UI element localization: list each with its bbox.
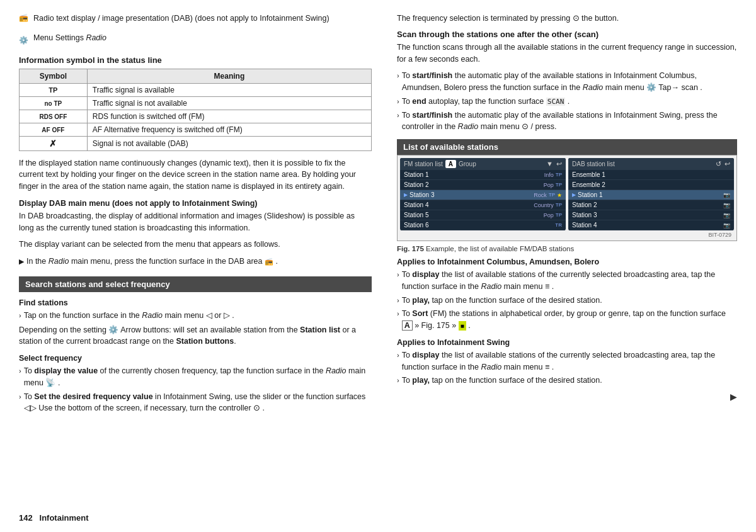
table-row: TP Traffic signal is available xyxy=(20,83,372,96)
group-a-button[interactable]: A xyxy=(445,160,456,168)
columbus-bullet-2: › To play, tap on the function surface o… xyxy=(397,295,737,307)
dab-station-1-icon: 📷 xyxy=(723,192,730,198)
left-column: 📻 Radio text display / image presentatio… xyxy=(19,13,372,416)
settings-icon: ⚙️ xyxy=(19,36,28,45)
dab-row-station-4[interactable]: Station 4 📷 xyxy=(568,220,734,230)
fm-header-icons: ▼ ↩ xyxy=(546,160,562,168)
page-number: 142 xyxy=(19,513,33,523)
dab-row-ensemble-1[interactable]: Ensemble 1 xyxy=(568,170,734,180)
info-symbol-heading: Information symbol in the status line xyxy=(19,55,372,65)
select-freq-text-1: To display the value of the currently ch… xyxy=(24,365,372,389)
fig-caption: Fig. 175 Example, the list of available … xyxy=(397,245,737,252)
dab-header-icons: ↺ ↩ xyxy=(716,160,730,168)
dab-station-2-name: Station 2 xyxy=(572,201,597,208)
fm-panel-header: FM station list A Group ▼ ↩ xyxy=(400,158,566,170)
fm-station-6-name: Station 6 xyxy=(404,222,428,229)
fm-station-5-info: Pop TP xyxy=(544,212,562,218)
applies-columbus-heading: Applies to Infotainment Columbus, Amunds… xyxy=(397,258,737,266)
fm-row-4[interactable]: Station 4 Country TP xyxy=(400,200,566,210)
list-section-bar: List of available stations xyxy=(397,139,737,155)
table-row: ✗ Signal is not available (DAB) xyxy=(20,136,372,150)
select-freq-bullet-1: › To display the value of the currently … xyxy=(19,365,372,389)
no-tp-symbol: no TP xyxy=(45,100,62,107)
af-symbol: AF OFF xyxy=(42,127,64,133)
find-stations-text: Tap on the function surface in the Radio… xyxy=(24,310,234,322)
dab-station-4-icon: 📷 xyxy=(723,222,730,229)
right-arrow-icon: ▶ xyxy=(730,392,737,402)
scan-text-3: To start/finish the automatic play of th… xyxy=(402,110,737,133)
dab-station-panel: DAB station list ↺ ↩ Ensemble 1 Ensemble… xyxy=(568,158,734,230)
dab-header-label: DAB station list xyxy=(572,161,615,167)
bit-label: BIT-0729 xyxy=(400,230,734,238)
bullet-arrow-icon: ▶ xyxy=(19,256,24,268)
dab-row-ensemble-2[interactable]: Ensemble 2 xyxy=(568,180,734,190)
menu-settings-text: Menu Settings Radio xyxy=(33,32,106,44)
dab-heading: Display DAB main menu (does not apply to… xyxy=(19,199,372,208)
bullet-arrow-icon: › xyxy=(397,71,399,94)
dynamic-text-para: If the displayed station name continuous… xyxy=(19,157,372,193)
dab-station-1-name: ▶ Station 1 xyxy=(572,191,602,198)
find-stations-bullet: › Tap on the function surface in the Rad… xyxy=(19,310,372,322)
dab-rows: Ensemble 1 Ensemble 2 ▶ Station 1 📷 xyxy=(568,170,734,230)
intro-text: The frequency selection is terminated by… xyxy=(397,13,737,25)
fm-station-3-info: Rock TP ★ xyxy=(534,192,562,198)
fm-station-4-name: Station 4 xyxy=(404,201,428,208)
find-heading: Find stations xyxy=(19,298,372,307)
columbus-text-2: To play, tap on the function surface of … xyxy=(402,295,602,307)
fm-station-2-info: Pop TP xyxy=(544,182,562,188)
dab-body: In DAB broadcasting, the display of addi… xyxy=(19,210,372,234)
columbus-bullet-1: › To display the list of available stati… xyxy=(397,269,737,293)
bullet-arrow-icon: › xyxy=(397,96,399,108)
rds-meaning: RDS function is switched off (FM) xyxy=(87,110,371,123)
dab-station-4-name: Station 4 xyxy=(572,222,597,229)
page-label: Infotainment xyxy=(40,513,89,523)
dab-row-station-2[interactable]: Station 2 📷 xyxy=(568,200,734,210)
fm-row-5[interactable]: Station 5 Pop TP xyxy=(400,210,566,220)
af-meaning: AF Alternative frequency is switched off… xyxy=(87,123,371,136)
fm-station-1-info: Info TP xyxy=(544,172,562,178)
fm-row-6[interactable]: Station 6 TR xyxy=(400,220,566,230)
radio-display-icon: 📻 xyxy=(19,13,28,22)
fm-rows: Station 1 Info TP Station 2 Pop TP ▶ Sta… xyxy=(400,170,566,230)
col-symbol: Symbol xyxy=(20,69,88,83)
search-section-bar: Search stations and select frequency xyxy=(19,276,372,292)
no-signal-meaning: Signal is not available (DAB) xyxy=(87,136,371,150)
dab-para2: The display variant can be selected from… xyxy=(19,239,372,251)
no-signal-symbol: ✗ xyxy=(49,139,57,149)
back-icon: ↩ xyxy=(556,160,562,168)
fm-row-3[interactable]: ▶ Station 3 Rock TP ★ xyxy=(400,190,566,200)
dab-station-2-icon: 📷 xyxy=(723,202,730,208)
bullet-arrow-icon: › xyxy=(19,310,21,322)
info-symbol-table: Symbol Meaning TP Traffic signal is avai… xyxy=(19,69,372,151)
dab-station-3-name: Station 3 xyxy=(572,212,597,218)
next-page-arrow[interactable]: ▶ xyxy=(397,392,737,402)
bullet-arrow-icon: › xyxy=(19,366,21,389)
fm-station-2-name: Station 2 xyxy=(404,181,428,188)
bullet-arrow-icon: › xyxy=(397,350,399,373)
refresh-icon: ↺ xyxy=(716,160,721,168)
radio-text-item: 📻 Radio text display / image presentatio… xyxy=(19,13,372,30)
station-diagram: FM station list A Group ▼ ↩ Station 1 In… xyxy=(397,155,737,241)
scan-text-1: To start/finish the automatic play of th… xyxy=(402,70,737,94)
fm-station-5-name: Station 5 xyxy=(404,212,428,218)
back-icon: ↩ xyxy=(724,160,730,168)
no-tp-meaning: Traffic signal is not available xyxy=(87,96,371,110)
playing-icon: ▶ xyxy=(572,192,576,198)
bullet-arrow-icon: › xyxy=(397,269,399,293)
scan-bullet-2: › To end autoplay, tap the function surf… xyxy=(397,96,737,108)
columbus-text-3: To Sort (FM) the stations in alphabetica… xyxy=(402,308,737,332)
columbus-text-1: To display the list of available station… xyxy=(402,269,737,293)
rds-symbol: RDS OFF xyxy=(39,113,67,120)
dropdown-icon: ▼ xyxy=(546,160,553,168)
dab-row-station-1[interactable]: ▶ Station 1 📷 xyxy=(568,190,734,200)
col-meaning: Meaning xyxy=(87,69,371,83)
fm-row-2[interactable]: Station 2 Pop TP xyxy=(400,180,566,190)
dab-row-station-3[interactable]: Station 3 📷 xyxy=(568,210,734,220)
swing-text-2: To play, tap on the function surface of … xyxy=(402,375,602,387)
columbus-bullet-3: › To Sort (FM) the stations in alphabeti… xyxy=(397,308,737,332)
diagram-inner: FM station list A Group ▼ ↩ Station 1 In… xyxy=(400,158,734,230)
fm-row-1[interactable]: Station 1 Info TP xyxy=(400,170,566,180)
swing-text-1: To display the list of available station… xyxy=(402,349,737,373)
bullet-arrow-icon: › xyxy=(397,295,399,307)
dab-bullet-text: In the Radio main menu, press the functi… xyxy=(26,256,278,268)
